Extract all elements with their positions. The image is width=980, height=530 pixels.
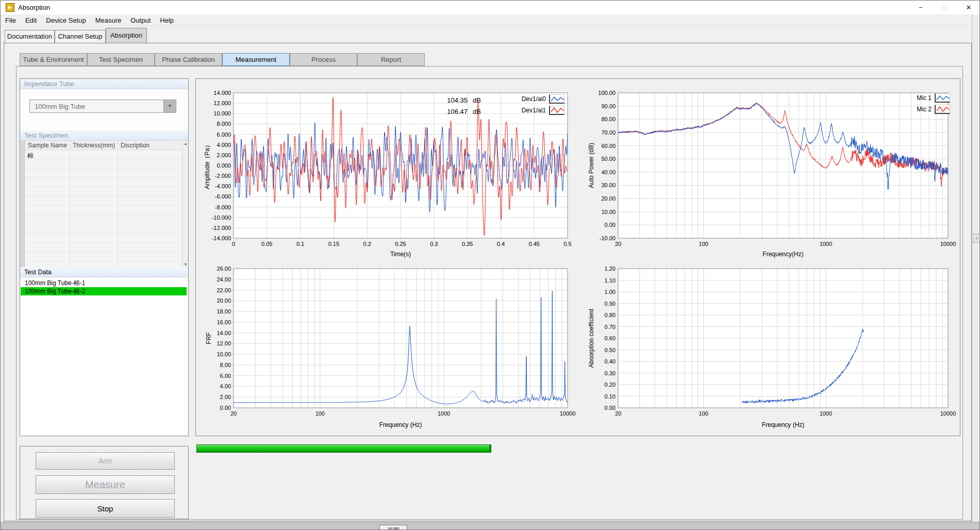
waveform-icon (935, 93, 950, 103)
subtab-report[interactable]: Report (357, 53, 425, 66)
menu-edit[interactable]: Edit (21, 14, 41, 26)
column-separator (118, 141, 118, 267)
level-value: 104.35 (443, 96, 468, 104)
scroll-down-icon[interactable]: ▼ (182, 262, 189, 266)
menu-output[interactable]: Output (126, 14, 155, 26)
tab-channel-setup[interactable]: Channel Setup (55, 30, 106, 43)
arm-button[interactable]: Arm (36, 452, 175, 470)
legend-label: Dev1/ai1 (510, 107, 546, 114)
list-item[interactable]: 100mm Big Tube-棉-1 (21, 279, 187, 287)
table-row[interactable]: 棉 (27, 152, 34, 160)
legend-label: Mic 1 (895, 94, 932, 102)
impedance-tube-selected-value: 100mm Big Tube (35, 103, 85, 110)
level-unit: dB (473, 108, 481, 115)
subtab-phase-calibration[interactable]: Phase Calibration (155, 53, 222, 66)
menu-measure[interactable]: Measure (91, 14, 126, 26)
right-scroll-strip[interactable] (972, 14, 980, 522)
window-title: Absorption (18, 4, 50, 11)
tab-absorption[interactable]: Absorption (106, 28, 147, 43)
level-value: 106.47 (443, 108, 468, 115)
progress-cap (489, 445, 491, 452)
menu-bar: File Edit Device Setup Measure Output He… (1, 14, 979, 26)
impedance-tube-select[interactable]: 100mm Big Tube ▼ (29, 100, 176, 113)
level-readout-ai1: 106.47 dB (443, 106, 481, 117)
menu-device-setup[interactable]: Device Setup (41, 14, 90, 26)
waveform-icon (549, 94, 564, 104)
test-data-list: 100mm Big Tube-棉-1 100mm Big Tube-棉-2 (20, 277, 188, 436)
legend-label: Mic 2 (895, 106, 932, 113)
measurement-progress-bar (196, 444, 491, 453)
menu-help[interactable]: Help (155, 14, 178, 26)
table-scrollbar[interactable]: ▲ ▼ (182, 141, 188, 267)
stop-button[interactable]: Stop (36, 499, 175, 518)
minimize-button-icon[interactable]: − (910, 1, 932, 14)
waveform-icon (935, 105, 950, 114)
bottom-strip (1, 522, 980, 530)
test-specimen-table[interactable]: Sample Name Thickness(mm) Discription 棉 … (20, 141, 188, 267)
level-readout-ai0: 104.35 dB (443, 94, 481, 106)
legend-entry-mic2: Mic 2 (895, 104, 950, 114)
table-row-header-strip (20, 141, 25, 267)
chevron-down-icon[interactable]: ▼ (163, 100, 176, 112)
level-unit: dB (473, 96, 481, 104)
legend-label: Dev1/ai0 (510, 95, 546, 103)
column-separator (70, 141, 70, 267)
test-data-header: Test Data (20, 267, 188, 277)
column-thickness: Thickness(mm) (70, 141, 118, 150)
subtab-process[interactable]: Process (290, 53, 357, 66)
taskbar-fragment[interactable]: 画图 (379, 525, 407, 530)
charts-panel (195, 78, 960, 436)
subtab-measurement[interactable]: Measurement (222, 53, 290, 66)
maximize-button-icon[interactable]: □ (934, 1, 956, 14)
legend-entry-dev1-ai1: Dev1/ai1 (510, 105, 564, 115)
legend-entry-dev1-ai0: Dev1/ai0 (510, 94, 564, 104)
application-window: ▶ Absorption − □ ✕ File Edit Device Setu… (0, 0, 980, 530)
column-sample-name: Sample Name (25, 141, 70, 150)
subtab-test-specimen[interactable]: Test Specimen (87, 53, 155, 66)
column-discription: Discription (118, 141, 181, 150)
legend-entry-mic1: Mic 1 (895, 93, 950, 103)
test-specimen-header: Test Specimen (20, 130, 188, 141)
measure-button[interactable]: Measure (36, 475, 175, 494)
waveform-icon (549, 106, 564, 115)
close-button-icon[interactable]: ✕ (958, 1, 979, 14)
menu-file[interactable]: File (1, 14, 21, 26)
scroll-up-icon[interactable]: ▲ (182, 142, 189, 145)
title-bar: ▶ Absorption − □ ✕ (1, 1, 979, 14)
list-item-selected[interactable]: 100mm Big Tube-棉-2 (21, 287, 187, 295)
subtab-tube-environment[interactable]: Tube & Environment (20, 53, 87, 66)
app-icon: ▶ (6, 3, 14, 12)
scroll-left-icon[interactable]: ‹ (973, 234, 980, 243)
impedance-tube-header: Impendace Tube (20, 79, 188, 89)
tab-documentation[interactable]: Documentation (5, 30, 55, 43)
